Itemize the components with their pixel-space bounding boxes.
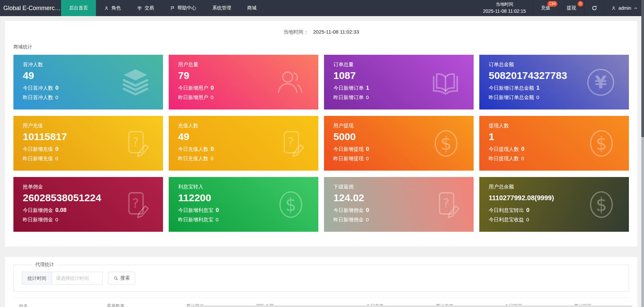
stat-card: 用户充值 10115817 今日新增充值0 昨日新增充值0 ? <box>13 116 163 171</box>
nav-item-1[interactable]: 角色 <box>96 0 129 16</box>
nav-item-label: 角色 <box>111 5 121 11</box>
stat-card-yesterday-label: 今日利息宝收益 <box>489 217 524 222</box>
refresh-button[interactable] <box>584 0 604 16</box>
stat-card-yesterday-value: 0 <box>55 94 58 100</box>
user-icon <box>611 6 616 11</box>
stat-card-yesterday-label: 昨日新增佣金 <box>23 217 53 222</box>
nav-item-label: 系统管理 <box>212 5 231 11</box>
stat-card-today-label: 今日利息宝转出 <box>489 207 524 213</box>
stat-time-label: 统计时间 <box>22 272 52 284</box>
stat-card-yesterday-label: 昨日新增订单总金额 <box>489 94 534 100</box>
nav-item-0[interactable]: 后台首页 <box>61 0 96 16</box>
stat-card-today-label: 今日新增用户 <box>178 85 208 91</box>
withdraw-badge: 0 <box>578 1 583 7</box>
stat-card-today-value: 0 <box>366 207 369 213</box>
search-button-label: 搜索 <box>120 275 130 281</box>
app-logo[interactable]: Global E-Commerce... <box>0 0 61 16</box>
svg-text:?: ? <box>132 196 139 211</box>
nav-item-5[interactable]: 商城 <box>239 0 265 16</box>
stat-card-today-label: 今日新增订单 <box>333 85 364 91</box>
stat-card: 用户提现 5000 今日新增提现0 昨日新增提现0 $ <box>324 116 474 171</box>
topbar-spacer <box>265 0 476 16</box>
table-header-1: 客服数量 <box>101 298 180 307</box>
stat-card: 抢单佣金 26028538051224 今日新增佣金0.08 昨日新增佣金0 ? <box>13 177 163 232</box>
stat-card-today-label: 今日新增充值 <box>23 146 53 152</box>
doc-edit-icon: ? <box>276 128 306 159</box>
search-icon <box>113 276 118 281</box>
stat-card-today-label: 今日新增订单总金额 <box>489 85 534 91</box>
stat-card-yesterday-value: 0 <box>211 156 213 161</box>
svg-text:¥: ¥ <box>595 72 607 92</box>
scrollbar-thumb[interactable] <box>641 0 644 137</box>
stat-card: 订单总金额 50820174327783 今日新增订单总金额1 昨日新增订单总金… <box>479 55 629 109</box>
main-content: 当地时间：2025-11-08 11:02:33 商城统计 首冲人数 49 今日… <box>0 16 641 307</box>
stat-card-today-value: 1 <box>536 85 539 91</box>
recharge-badge: 134 <box>547 1 557 7</box>
users-icon <box>274 67 306 98</box>
local-time-row: 当地时间：2025-11-08 11:02:33 <box>13 29 629 35</box>
nav-item-3[interactable]: 帮助中心 <box>162 0 204 16</box>
chevron-up-icon <box>634 6 638 10</box>
stat-card-yesterday-label: 昨日充值人数 <box>178 156 208 161</box>
svg-text:?: ? <box>443 196 449 211</box>
stat-card-yesterday-label: 昨日新增利息宝 <box>178 217 213 222</box>
stat-time-input[interactable] <box>52 272 103 284</box>
local-time-block: 当地时间 2025-11-08 11:02:15 <box>476 1 533 15</box>
agent-stats-panel: 代理统计 统计时间 搜索 <box>5 257 637 307</box>
stat-card: 利息宝转入 112200 今日新增利息宝0 昨日新增利息宝0 $ <box>169 177 318 232</box>
stat-card-yesterday-value: 0 <box>366 156 369 161</box>
stat-card-today-value: 0.08 <box>55 207 66 213</box>
book-icon <box>429 67 462 97</box>
stat-card-today-value: 0 <box>521 146 524 152</box>
stat-card-yesterday-value: 0 <box>211 94 213 100</box>
topbar-nav: 后台首页 角色 交易 帮助中心 系统管理 商城 <box>61 0 265 16</box>
stat-card: 用户总余额 1110277992.08(9999) 今日利息宝转出0 今日利息宝… <box>479 177 629 232</box>
doc-edit-icon: ? <box>121 189 151 220</box>
stat-card-yesterday-value: 0 <box>536 94 539 100</box>
horizontal-scrollbar[interactable] <box>188 305 632 307</box>
stat-card-yesterday-value: 0 <box>216 217 218 222</box>
withdraw-link[interactable]: 提现 0 <box>558 0 584 16</box>
dollar-circle-icon: $ <box>431 127 462 160</box>
agent-filter-row: 统计时间 搜索 <box>22 272 621 284</box>
stat-card-today-label: 今日提现人数 <box>489 146 519 152</box>
stat-card-yesterday-value: 0 <box>521 156 524 161</box>
nav-item-label: 商城 <box>247 5 257 11</box>
stat-card-today-label: 今日新增佣金 <box>23 207 53 213</box>
user-menu[interactable]: admin <box>604 0 644 16</box>
recharge-link[interactable]: 充值 134 <box>533 0 558 16</box>
local-time-label: 当地时间 <box>483 1 526 8</box>
stat-card: 首冲人数 49 今日首冲人数0 昨日首冲人数0 <box>13 55 163 109</box>
search-button[interactable]: 搜索 <box>108 272 135 284</box>
dollar-circle-icon: $ <box>586 188 617 221</box>
stat-card-yesterday-label: 昨日新增充值 <box>23 156 53 161</box>
layers-icon <box>120 67 151 98</box>
nav-item-2[interactable]: 交易 <box>129 0 162 16</box>
mall-stats-panel: 当地时间：2025-11-08 11:02:33 商城统计 首冲人数 49 今日… <box>5 21 637 247</box>
nav-item-label: 交易 <box>145 5 154 11</box>
svg-text:$: $ <box>440 133 452 154</box>
stat-card: 用户总量 79 今日新增用户0 昨日新增用户0 <box>169 55 318 109</box>
stat-card: 充值人数 49 今日充值人数0 昨日充值人数0 ? <box>169 116 318 171</box>
section-title-mall-stats: 商城统计 <box>13 44 629 50</box>
local-time-value: 2025-11-08 11:02:15 <box>483 8 526 15</box>
yen-circle-icon: ¥ <box>585 66 617 98</box>
topbar: Global E-Commerce... 后台首页 角色 交易 帮助中心 系统管… <box>0 0 644 16</box>
svg-text:$: $ <box>596 133 607 154</box>
stat-card-today-value: 0 <box>216 207 219 213</box>
dollar-circle-icon: $ <box>586 127 617 160</box>
stat-card-yesterday-value: 0 <box>55 156 58 161</box>
nav-item-4[interactable]: 系统管理 <box>204 0 239 16</box>
stat-card-yesterday-value: 0 <box>366 217 369 222</box>
nav-item-label: 后台首页 <box>69 5 88 11</box>
stat-card-yesterday-value: 0 <box>526 217 529 222</box>
vertical-scrollbar[interactable] <box>641 0 644 307</box>
svg-text:?: ? <box>132 135 139 149</box>
stat-card: 提现人数 1 今日提现人数0 昨日提现人数0 $ <box>479 116 629 171</box>
stat-card-yesterday-label: 昨日首冲人数 <box>23 94 53 100</box>
time-row-value: 2025-11-08 11:02:33 <box>313 29 359 35</box>
doc-edit-icon: ? <box>431 189 462 220</box>
svg-text:$: $ <box>596 194 607 215</box>
dollar-circle-icon: $ <box>275 188 306 221</box>
person-icon <box>104 6 109 11</box>
